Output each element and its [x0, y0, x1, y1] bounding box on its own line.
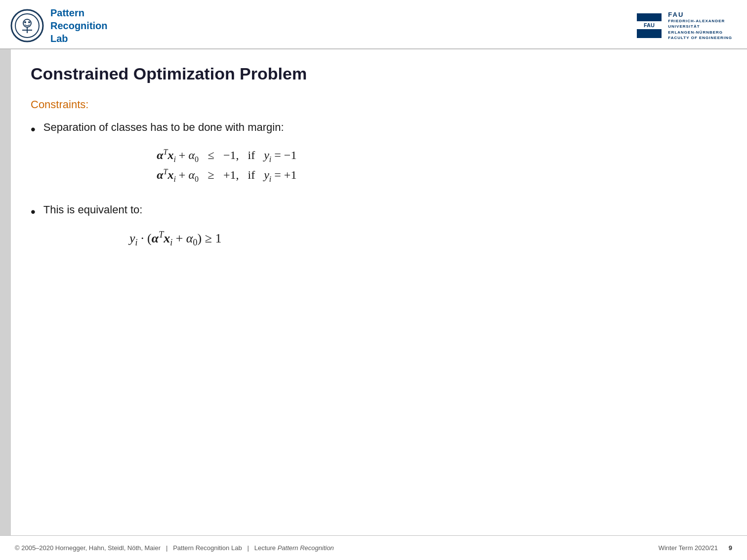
fau-sub-line3: ERLANGEN-NÜRNBERG — [668, 30, 732, 35]
math-equiv-block: yi · (αTxi + α0) ≥ 1 — [129, 230, 717, 248]
bullet-item-2: • This is equivalent to: — [31, 203, 717, 220]
logo-left: Pattern Recognition Lab — [10, 6, 108, 45]
section-label: Constraints: — [31, 98, 717, 111]
svg-point-5 — [24, 21, 26, 23]
fau-logo: FAU FAU FRIEDRICH-ALEXANDER UNIVERSITÄT … — [634, 11, 732, 40]
footer-page-number: 9 — [729, 544, 732, 552]
svg-rect-10 — [637, 29, 662, 38]
fau-shield-icon: FAU — [634, 11, 664, 40]
logo-right: FAU FAU FRIEDRICH-ALEXANDER UNIVERSITÄT … — [634, 11, 732, 40]
bullet-text-2: This is equivalent to: — [43, 203, 143, 216]
fau-sub-line1: FRIEDRICH-ALEXANDER — [668, 18, 732, 24]
header: Pattern Recognition Lab FAU FAU FRIEDRIC… — [0, 0, 747, 49]
footer-term-page: Winter Term 2020/21 9 — [659, 544, 732, 552]
math-equiv-formula: yi · (αTxi + α0) ≥ 1 — [129, 231, 221, 245]
fau-sub-line2: UNIVERSITÄT — [668, 24, 732, 29]
math-block-1: αTxi + α0 ≤ −1, if yi = −1 αTxi + α0 ≥ +… — [90, 148, 717, 184]
math-lhs-1: αTxi + α0 — [90, 148, 199, 164]
bullet-section-1: • Separation of classes has to be done w… — [31, 121, 717, 184]
math-rel-2: ≥ — [199, 168, 223, 182]
bullet-section-2: • This is equivalent to: yi · (αTxi + α0… — [31, 203, 717, 248]
footer-lecture-text: Lecture Pattern Recognition — [254, 544, 334, 552]
left-decorative-bar — [0, 49, 11, 535]
math-line-1: αTxi + α0 ≤ −1, if yi = −1 — [90, 148, 717, 164]
logo-text: Pattern Recognition Lab — [50, 6, 108, 45]
bullet-item-1: • Separation of classes has to be done w… — [31, 121, 717, 138]
math-rel-1: ≤ — [199, 149, 223, 162]
fau-text-block: FAU FRIEDRICH-ALEXANDER UNIVERSITÄT ERLA… — [668, 11, 732, 40]
math-lhs-2: αTxi + α0 — [90, 167, 199, 184]
bullet-dot-1: • — [31, 121, 36, 138]
slide-title: Constrained Optimization Problem — [31, 64, 717, 83]
bullet-text-1: Separation of classes has to be done wit… — [43, 121, 284, 134]
footer: © 2005–2020 Hornegger, Hahn, Steidl, Nöt… — [0, 535, 747, 560]
bullet-dot-2: • — [31, 203, 36, 220]
svg-point-6 — [28, 21, 30, 23]
main-content: Constrained Optimization Problem Constra… — [11, 49, 747, 535]
math-rhs-1: −1, if yi = −1 — [223, 149, 322, 164]
footer-copyright: © 2005–2020 Hornegger, Hahn, Steidl, Nöt… — [15, 544, 334, 552]
svg-rect-8 — [637, 13, 662, 21]
fau-main-text: FAU — [668, 11, 732, 18]
pr-lab-logo-icon — [10, 8, 44, 43]
math-line-2: αTxi + α0 ≥ +1, if yi = +1 — [90, 167, 717, 184]
fau-sub-line4: FACULTY OF ENGINEERING — [668, 35, 732, 40]
content-wrapper: Constrained Optimization Problem Constra… — [0, 49, 747, 535]
svg-text:FAU: FAU — [644, 22, 655, 28]
math-rhs-2: +1, if yi = +1 — [223, 168, 322, 184]
